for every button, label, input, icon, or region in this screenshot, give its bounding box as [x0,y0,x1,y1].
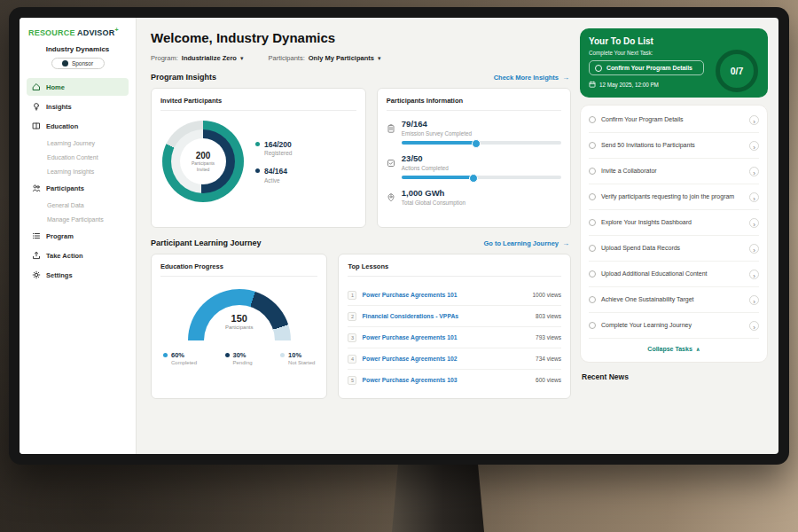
checkbox-circle-icon[interactable] [589,116,596,123]
lesson-views: 1000 views [532,292,561,298]
checkbox-circle-icon[interactable] [589,270,596,278]
gauge-legend: 60% Completed 30% Pending [160,351,317,365]
task-item[interactable]: Verify participants requesting to join t… [589,184,759,210]
lesson-link[interactable]: Power Purchase Agreements 101 [362,292,527,298]
sidebar-item-education-content[interactable]: Education Content [27,150,129,164]
donut-center-value: 200 [196,151,211,160]
lesson-rank: 2 [348,312,356,321]
nav-label: Program [46,232,74,240]
task-open-button[interactable] [749,115,759,125]
education-icon [32,121,41,130]
invited-participants-card: Invited Participants 200 Participants In… [151,88,366,228]
checkbox-circle-icon[interactable] [589,193,596,200]
consumption-icon [387,190,395,199]
checkbox-circle-icon[interactable] [589,142,596,149]
sidebar-item-program[interactable]: Program [27,227,129,245]
checkbox-circle-icon[interactable] [595,65,602,72]
task-item[interactable]: Achieve One Sustainability Target [589,287,759,313]
participants-filter[interactable]: Participants: Only My Participants [268,54,380,62]
sidebar-item-home[interactable]: Home [27,78,129,96]
go-to-learning-journey-link[interactable]: Go to Learning Journey [483,239,569,247]
stat-value: 1,000 GWh [402,188,561,198]
sidebar-item-settings[interactable]: Settings [27,266,129,284]
scene: RESOURCE ADVISOR+ Industry Dynamics Spon… [0,0,798,532]
app-logo: RESOURCE ADVISOR+ [27,27,129,37]
nav-label: Home [46,83,65,91]
donut-center: 200 Participants Invited [180,138,226,184]
task-open-button[interactable] [749,218,759,228]
sidebar-item-take-action[interactable]: Take Action [27,246,129,264]
legend-value: 10% [288,351,315,359]
task-item[interactable]: Confirm Your Program Details [589,107,759,133]
sidebar-item-general-data[interactable]: General Data [27,198,129,212]
nav-label: Participants [46,184,84,192]
checkbox-circle-icon[interactable] [589,245,596,252]
task-open-button[interactable] [749,167,759,176]
lesson-link[interactable]: Power Purchase Agreements 103 [362,377,530,383]
home-icon [32,82,41,91]
chevron-down-icon [240,54,244,62]
sponsor-badge[interactable]: Sponsor [51,58,105,69]
logo-text-resource: RESOURCE [28,28,75,37]
sidebar-item-manage-participants[interactable]: Manage Participants [27,212,129,226]
legend-item-active: 84/164 Active [255,167,292,184]
insights-icon [32,102,41,111]
task-open-button[interactable] [749,270,759,279]
recent-news-header: Recent News [582,372,768,381]
sidebar-nav: Home Insights Education Learning Journey… [27,77,129,285]
sidebar-item-learning-journey[interactable]: Learning Journey [27,136,129,150]
lesson-link[interactable]: Power Purchase Agreements 101 [362,334,530,340]
task-open-button[interactable] [749,295,759,305]
todo-progress-value: 0/7 [731,66,744,76]
task-open-button[interactable] [749,244,759,254]
lesson-row: 1 Power Purchase Agreements 101 1000 vie… [348,285,561,306]
task-item[interactable]: Send 50 Invitations to Participants [589,133,759,159]
task-item[interactable]: Invite a Collaborator [589,159,759,184]
sponsor-label: Sponsor [72,60,93,66]
arrow-right-icon [562,239,569,247]
task-open-button[interactable] [749,321,759,331]
task-item[interactable]: Explore Your Insights Dashboard [589,210,759,236]
stat-value: 79/164 [402,119,561,129]
due-date: 12 May 2025, 12:00 PM [599,82,659,88]
section-title-program-insights: Program Insights [151,73,216,82]
participants-filter-label: Participants: [268,54,304,62]
org-name: Industry Dynamics [27,45,129,53]
take-action-icon [32,251,41,260]
task-item[interactable]: Upload Additional Educational Content [589,262,759,287]
checkbox-circle-icon[interactable] [589,219,596,226]
next-task-button[interactable]: Confirm Your Program Details [589,60,704,75]
task-item[interactable]: Upload Spend Data Records [589,236,759,262]
main-content: Welcome, Industry Dynamics Program: Indu… [137,18,580,454]
lesson-link[interactable]: Power Purchase Agreements 102 [362,356,530,362]
task-item[interactable]: Complete Your Learning Journey [589,313,759,339]
lesson-views: 803 views [536,313,561,319]
checkbox-circle-icon[interactable] [589,168,596,175]
check-more-insights-link[interactable]: Check More Insights [494,74,569,82]
legend-value: 30% [233,351,253,359]
checkbox-circle-icon[interactable] [589,322,596,329]
collapse-label: Collapse Tasks [647,346,692,352]
checkbox-circle-icon[interactable] [589,296,596,303]
program-filter[interactable]: Program: Industrialize Zero [151,54,243,62]
sidebar-item-education[interactable]: Education [27,117,129,135]
chevron-right-icon [753,266,755,282]
sidebar-item-learning-insights[interactable]: Learning Insights [27,164,129,178]
participants-filter-value: Only My Participants [309,54,374,62]
sidebar-item-insights[interactable]: Insights [27,98,129,115]
learning-journey-header: Participant Learning Journey Go to Learn… [151,239,569,247]
sidebar-item-participants[interactable]: Participants [27,179,129,197]
nav-label: Education [46,122,78,130]
arrow-right-icon [562,74,569,82]
task-open-button[interactable] [749,192,759,202]
chevron-up-icon [696,346,700,352]
filters-row: Program: Industrialize Zero Participants… [151,54,571,62]
lesson-link[interactable]: Financial Considerations - VPPAs [362,313,530,319]
task-open-button[interactable] [749,141,759,151]
calendar-icon [589,81,596,88]
link-label: Check More Insights [494,74,559,82]
collapse-tasks-button[interactable]: Collapse Tasks [589,339,759,360]
lesson-views: 600 views [536,377,561,383]
chevron-right-icon [753,215,755,231]
monitor-bezel: RESOURCE ADVISOR+ Industry Dynamics Spon… [9,7,789,465]
